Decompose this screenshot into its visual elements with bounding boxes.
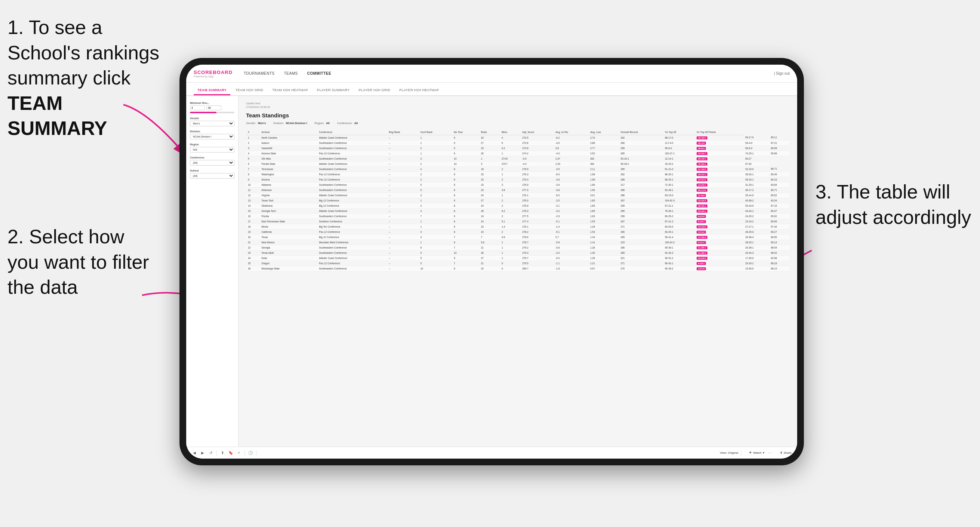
clock-icon[interactable]: 🕐 [248, 450, 253, 456]
instruction-step2: 2. Select how you want to filter the dat… [8, 224, 150, 300]
toolbar-more-icon[interactable]: ⋯ [767, 450, 773, 456]
add-icon[interactable]: + [236, 450, 242, 456]
watch-button[interactable]: 👁 Watch ▾ [749, 451, 764, 454]
filter-min-rounds-label: Minimum Rou... [190, 102, 234, 104]
table-row: 22GeorgiaSoutheastern Conference–8721127… [246, 245, 790, 250]
table-row: 7TennesseeSoutheastern Conference–481822… [246, 166, 790, 171]
view-original-button[interactable]: View: Original [720, 451, 738, 454]
sign-out-link[interactable]: | Sign out [774, 71, 790, 76]
col-rnds: Rnds [479, 129, 500, 135]
slider-bar[interactable] [190, 112, 234, 113]
tab-player-h2h-heatmap[interactable]: PLAYER H2H HEATMAP [396, 86, 443, 95]
col-reg-rank: Reg Rank [387, 129, 418, 135]
table-row: 20TexasBig 12 Conference–3770.8278.60.71… [246, 234, 790, 240]
filter-division-label: Division [190, 130, 234, 133]
table-row: 3VanderbiltSoutheastern Conference–25236… [246, 145, 790, 151]
col-avg-low: Avg. Low [588, 129, 619, 135]
filter-school-select[interactable]: (All) [190, 173, 234, 179]
table-row: 9ArizonaPac-12 Conference–28232276.3-4.6… [246, 177, 790, 182]
back-icon[interactable]: ◀ [192, 450, 197, 456]
forward-icon[interactable]: ▶ [200, 450, 205, 456]
tab-team-h2h-heatmap[interactable]: TEAM H2H HEATMAP [269, 86, 312, 95]
toolbar-separator-1 [216, 450, 217, 456]
bottom-toolbar: ◀ ▶ ↺ ⬆ 🔖 + 🕐 View: Original 👁 Watch ▾ ⋯… [186, 447, 797, 459]
table-header-row: # School Conference Reg Rank Conf Rank N… [246, 129, 790, 135]
filter-min-rounds-input2[interactable] [207, 105, 221, 110]
table-row: 2AuburnSoutheastern Conference–19276273.… [246, 140, 790, 145]
table-row: 11ArkansasSoutheastern Conference–68233.… [246, 187, 790, 192]
table-row: 15Georgia TechAtlantic Coast Conference–… [246, 208, 790, 213]
filter-conference-select[interactable]: (All) SEC ACC [190, 160, 234, 165]
table-row: 5Ole MissSoutheastern Conference–3101274… [246, 156, 790, 161]
col-adj-score: Adj. Score [520, 129, 554, 135]
filter-region-label: Region [190, 143, 234, 146]
col-rank: # [246, 129, 259, 135]
nav-teams[interactable]: TEAMS [284, 70, 298, 77]
nav-bar: SCOREBOARD Powered by clipp TOURNAMENTS … [186, 65, 797, 83]
filter-region-pill: Region: All [315, 121, 329, 125]
update-time: Update time: 27/03/2024 16:56:26 [246, 102, 790, 109]
toolbar-separator-4 [741, 450, 741, 456]
standings-table: # School Conference Reg Rank Conf Rank N… [246, 129, 790, 271]
tablet-screen: SCOREBOARD Powered by clipp TOURNAMENTS … [186, 65, 797, 459]
logo-area: SCOREBOARD Powered by clipp [194, 70, 232, 78]
filter-division-select[interactable]: NCAA Division I NCAA Division II NCAA Di… [190, 134, 234, 140]
table-row: 4Arizona StatePac-12 Conference–18261274… [246, 151, 790, 156]
table-row: 1North CarolinaAtlantic Coast Conference… [246, 135, 790, 140]
instruction-step3: 3. The table will adjust accordingly [816, 179, 972, 230]
col-vs-top25: Vs Top 25 [663, 129, 695, 135]
col-no-tour: No Tour [452, 129, 479, 135]
tab-player-summary[interactable]: PLAYER SUMMARY [313, 86, 353, 95]
table-row: 17East Tennessee StateSouthern Conferenc… [246, 219, 790, 224]
table-row: 8WashingtonPac-12 Conference–28231276.3-… [246, 171, 790, 177]
table-row: 18IllinoisBig Ten Conference–19231.4276.… [246, 224, 790, 229]
col-wins: Wins [500, 129, 520, 135]
filter-gender-pill: Gender: Men's [246, 121, 266, 125]
tab-player-h2h-grid[interactable]: PLAYER H2H GRID [355, 86, 394, 95]
table-row: 21New MexicoMountain West Conference–185… [246, 240, 790, 245]
nav-tournaments[interactable]: TOURNAMENTS [244, 70, 275, 77]
nav-links: TOURNAMENTS TEAMS COMMITTEE [244, 70, 774, 77]
table-row: 23Texas A&MSoutheastern Conference–91030… [246, 250, 790, 255]
table-row: 26Mississippi StateSoutheastern Conferen… [246, 266, 790, 271]
table-row: 19CaliforniaPac-12 Conference–48242278.2… [246, 229, 790, 234]
table-row: 12VirginiaAtlantic Coast Conference–3824… [246, 192, 790, 198]
table-row: 24DukeAtlantic Coast Conference–59271279… [246, 255, 790, 260]
table-row: 14OklahomaBig 12 Conference–28242276.9-3… [246, 203, 790, 208]
col-conf-rank: Conf Rank [418, 129, 452, 135]
col-vs-top50-points: Vs Top 50 Points [695, 129, 743, 135]
main-content: Minimum Rou... Gender Men's Women's Divi… [186, 96, 797, 447]
filter-gender-label: Gender [190, 117, 234, 120]
table-row: 10AlabamaSoutheastern Conference–5823327… [246, 182, 790, 187]
filter-conference-pill: Conference: All [337, 121, 358, 125]
filter-region-select[interactable]: N/A All [190, 147, 234, 152]
sidebar-filters: Minimum Rou... Gender Men's Women's Divi… [186, 96, 239, 447]
logo-text: SCOREBOARD [194, 70, 232, 75]
filters-row: Gender: Men's Division: NCAA Division I … [246, 121, 790, 125]
content-area: Update time: 27/03/2024 16:56:26 Team St… [239, 96, 797, 447]
filter-gender-select[interactable]: Men's Women's [190, 121, 234, 126]
table-body: 1North CarolinaAtlantic Coast Conference… [246, 135, 790, 271]
bookmark-icon[interactable]: 🔖 [228, 450, 233, 456]
col-avg-to-par: Avg. to Par [554, 129, 589, 135]
filter-division-pill: Division: NCAA Division I [273, 121, 307, 125]
filter-min-rounds-input1[interactable] [190, 105, 205, 110]
share-button[interactable]: ⬆ Share [780, 451, 792, 454]
table-row: 25OregonPac-12 Conference–57210279.5-1.1… [246, 260, 790, 266]
filter-min-rounds-row [190, 105, 234, 110]
filter-school-label: School [190, 169, 234, 172]
tab-team-h2h-grid[interactable]: TEAM H2H GRID [232, 86, 267, 95]
filter-conference-label: Conference [190, 156, 234, 159]
reload-icon[interactable]: ↺ [208, 450, 213, 456]
nav-committee[interactable]: COMMITTEE [307, 70, 331, 77]
tablet-device: SCOREBOARD Powered by clipp TOURNAMENTS … [180, 58, 804, 465]
table-row: 6Florida StateAtlantic Coast Conference–… [246, 161, 790, 166]
slider-fill [190, 112, 216, 113]
table-row: 16FloridaSoutheastern Conference–7924227… [246, 213, 790, 219]
tab-team-summary[interactable]: TEAM SUMMARY [194, 86, 230, 95]
table-row: 13Texas TechBig 12 Conference–19272276.0… [246, 198, 790, 203]
toolbar-separator-2 [245, 450, 245, 456]
logo-sub: Powered by clipp [194, 75, 232, 78]
share-small-icon[interactable]: ⬆ [220, 450, 225, 456]
section-title: Team Standings [246, 112, 790, 119]
